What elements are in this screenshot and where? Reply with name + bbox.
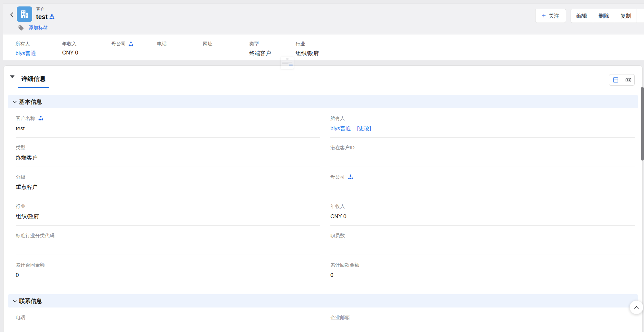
fading-popup-ghost	[281, 57, 294, 69]
vertical-scrollbar-thumb[interactable]	[641, 87, 644, 161]
summary-parent-company: 母公司	[111, 41, 133, 57]
page-title: test	[36, 13, 48, 21]
account-entity-icon	[17, 6, 32, 22]
record-actions-group: 编辑 删除 复制	[571, 9, 644, 23]
breadcrumb: 客户	[36, 6, 54, 12]
edit-button[interactable]: 编辑	[571, 9, 593, 23]
summary-owner: 所有人 biys普通	[15, 41, 36, 57]
section-header-contact[interactable]: 联系信息	[8, 294, 638, 308]
summary-revenue: 年收入 CNY 0	[62, 41, 78, 57]
details-card: 详细信息 基本信息 客户	[3, 65, 643, 332]
field-total-payment-amount: 累计回款金额 0	[330, 255, 635, 284]
summary-type: 类型 终端客户	[249, 41, 271, 57]
chevron-left-icon	[9, 12, 15, 18]
contact-info-fields: 电话 企业邮箱 传真 网址	[4, 308, 642, 332]
org-hierarchy-icon[interactable]	[49, 14, 54, 19]
copy-button[interactable]: 复制	[615, 9, 637, 23]
field-parent-company: 母公司	[330, 167, 635, 196]
field-total-contract-amount: 累计合同金额 0	[16, 255, 320, 284]
header-actions: + 关注 编辑 删除 复制	[535, 9, 644, 23]
owner-link[interactable]: biys普通	[330, 125, 351, 132]
follow-button[interactable]: + 关注	[535, 9, 566, 23]
layout-view-button[interactable]	[609, 74, 622, 85]
field-owner: 所有人 biys普通 [更改]	[330, 108, 635, 138]
field-phone: 电话	[16, 308, 320, 332]
org-hierarchy-icon[interactable]	[348, 174, 353, 179]
org-hierarchy-icon	[128, 42, 133, 46]
chevron-down-icon	[13, 299, 17, 303]
collapse-panel-icon[interactable]	[10, 75, 14, 78]
summary-industry: 行业 组织/政府	[296, 41, 319, 57]
basic-info-fields: 客户名称 test 所有人 biys普通 [更改] 类型	[4, 108, 642, 284]
back-button[interactable]	[8, 11, 16, 19]
expand-width-button[interactable]	[622, 74, 634, 85]
section-header-basic[interactable]: 基本信息	[8, 95, 638, 108]
entity-meta: 客户 test	[36, 6, 54, 21]
active-tab-indicator	[18, 87, 49, 88]
chevron-down-icon	[13, 100, 17, 104]
field-grade: 分级 重点客户	[16, 167, 320, 196]
view-switch	[609, 74, 635, 86]
field-lead-id: 潜在客户ID	[330, 138, 635, 167]
tab-details-label: 详细信息	[18, 72, 49, 83]
more-actions-button[interactable]	[637, 9, 644, 23]
page-header: 客户 test 添加标签 + 关注 编辑 删除 复制	[3, 3, 644, 34]
summary-phone: 电话	[157, 41, 167, 57]
field-employees: 职员数	[330, 226, 635, 255]
field-annual-revenue: 年收入 CNY 0	[330, 196, 635, 226]
field-account-name: 客户名称 test	[16, 108, 320, 138]
change-owner-link[interactable]: [更改]	[357, 125, 371, 132]
summary-strip: 所有人 biys普通 年收入 CNY 0 母公司 电话 网址 类型 终端客户 行…	[3, 34, 644, 60]
layout-columns-icon	[613, 77, 619, 83]
field-company-email: 企业邮箱	[330, 308, 635, 332]
summary-website: 网址	[203, 41, 213, 57]
add-tag-link[interactable]: 添加标签	[29, 25, 48, 31]
owner-link[interactable]: biys普通	[15, 50, 36, 57]
delete-button[interactable]: 删除	[593, 9, 615, 23]
width-expand-icon	[625, 77, 631, 83]
plus-icon: +	[542, 13, 546, 19]
add-tag-row: 添加标签	[18, 25, 48, 31]
field-type: 类型 终端客户	[16, 138, 320, 167]
field-industry: 行业 组织/政府	[16, 196, 320, 226]
chevron-up-icon	[633, 304, 640, 311]
follow-button-label: 关注	[548, 12, 559, 20]
org-hierarchy-icon[interactable]	[38, 116, 43, 121]
details-tab-row: 详细信息	[7, 66, 639, 88]
field-sic-code: 标准行业分类代码	[16, 226, 320, 255]
scroll-to-top-button[interactable]	[630, 300, 643, 314]
building-icon	[20, 9, 29, 19]
tag-icon	[18, 25, 24, 31]
tab-details[interactable]: 详细信息	[18, 72, 49, 88]
